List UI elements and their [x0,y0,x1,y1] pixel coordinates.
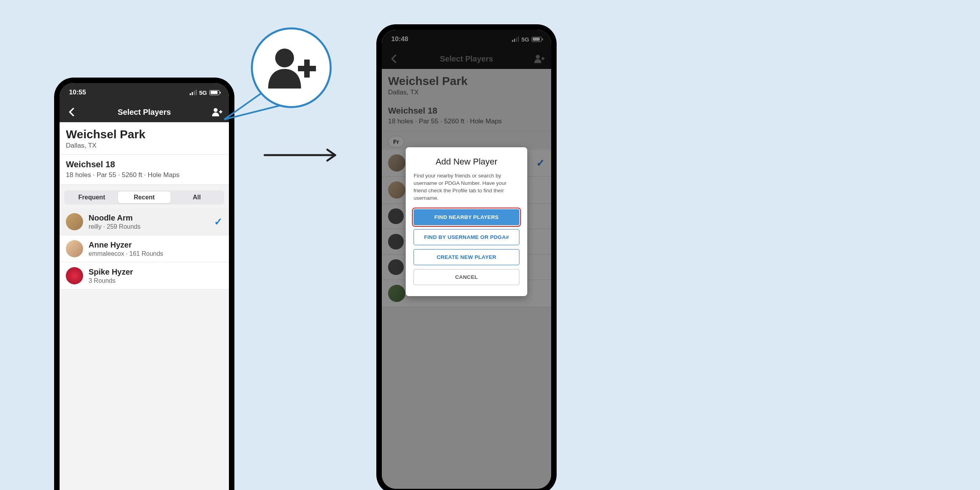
avatar [66,213,83,230]
player-row[interactable]: Anne Hyzer emmaleecox · 161 Rounds [60,235,229,262]
signal-icon [190,90,197,95]
cancel-button[interactable]: CANCEL [414,269,519,285]
course-block: Weichsel Park Dallas, TX [60,122,229,155]
phone-left-frame: 10:55 5G Select Players Weic [54,78,234,490]
avatar [66,240,83,257]
layout-block[interactable]: Weichsel 18 18 holes · Par 55 · 5260 ft … [60,155,229,185]
status-right: 5G [190,89,220,96]
player-name: Anne Hyzer [89,240,223,250]
player-info: Anne Hyzer emmaleecox · 161 Rounds [89,240,223,257]
svg-point-3 [275,49,294,67]
status-time: 10:55 [69,89,86,96]
back-button[interactable] [65,108,78,116]
player-row[interactable]: Noodle Arm reilly · 259 Rounds ✓ [60,208,229,235]
arrow-icon [263,147,345,163]
tab-frequent[interactable]: Frequent [65,192,118,203]
modal-title: Add New Player [414,157,519,167]
callout-bubble [251,27,332,108]
player-meta: 3 Rounds [89,277,223,284]
segmented-control: Frequent Recent All [64,190,224,204]
course-location: Dallas, TX [66,142,223,150]
nav-bar: Select Players [60,102,229,122]
player-name: Spike Hyzer [89,268,223,277]
svg-rect-5 [304,60,310,78]
status-bar: 10:55 5G [60,83,229,102]
find-nearby-button[interactable]: FIND NEARBY PLAYERS [414,209,519,225]
layout-meta: 18 holes · Par 55 · 5260 ft · Hole Maps [66,171,223,179]
avatar [66,267,83,284]
create-new-player-button[interactable]: CREATE NEW PLAYER [414,249,519,265]
person-add-icon [266,46,317,89]
status-net: 5G [199,89,207,96]
screen-right: 10:48 5G Select Players Weic [382,30,551,489]
tab-recent[interactable]: Recent [118,192,171,203]
phone-right-frame: 10:48 5G Select Players Weic [376,24,557,490]
layout-name: Weichsel 18 [66,159,223,170]
svg-point-0 [214,108,218,112]
nav-title: Select Players [118,108,171,117]
screen-left: 10:55 5G Select Players Weic [60,83,229,490]
course-name: Weichsel Park [66,128,223,141]
modal-description: Find your nearby friends or search by us… [414,172,519,202]
battery-icon [209,90,220,95]
player-info: Spike Hyzer 3 Rounds [89,268,223,284]
player-row[interactable]: Spike Hyzer 3 Rounds [60,262,229,289]
tab-all[interactable]: All [171,192,223,203]
segmented-control-wrap: Frequent Recent All [60,185,229,208]
player-name: Noodle Arm [89,213,214,222]
player-meta: reilly · 259 Rounds [89,223,214,230]
player-meta: emmaleecox · 161 Rounds [89,250,223,257]
add-player-modal: Add New Player Find your nearby friends … [406,147,527,296]
player-info: Noodle Arm reilly · 259 Rounds [89,213,214,230]
find-by-username-button[interactable]: FIND BY USERNAME OR PDGA# [414,229,519,245]
check-icon: ✓ [214,216,223,228]
